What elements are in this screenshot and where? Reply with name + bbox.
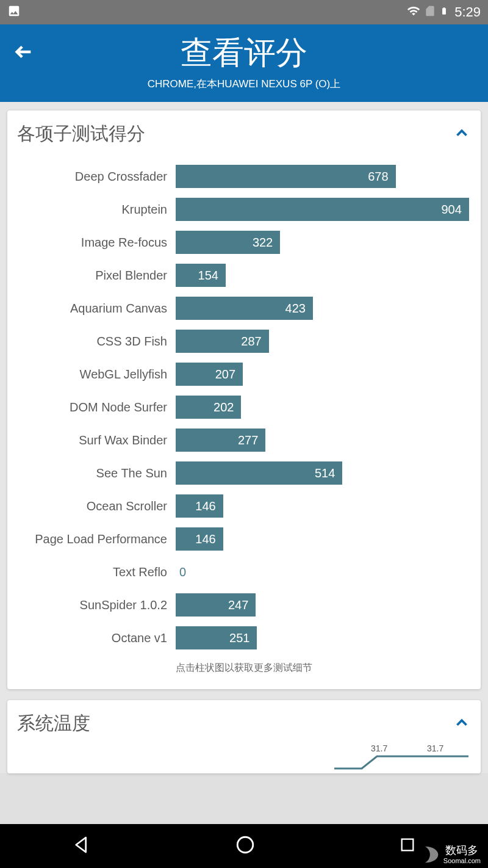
chart-row[interactable]: Page Load Performance146	[17, 527, 471, 551]
chart-row[interactable]: Aquarium Canvas423	[17, 297, 471, 320]
page-subtitle: CHROME,在本HUAWEI NEXUS 6P (O)上	[0, 77, 488, 91]
bar-label: Surf Wax Binder	[17, 433, 176, 447]
bar-label: DOM Node Surfer	[17, 400, 176, 414]
bar[interactable]: 322	[176, 231, 280, 254]
chevron-up-icon[interactable]	[453, 714, 471, 734]
bar[interactable]: 514	[176, 461, 342, 485]
chart-row[interactable]: Ocean Scroller146	[17, 494, 471, 518]
svg-text:31.7: 31.7	[371, 743, 387, 753]
bar-track: 207	[176, 363, 471, 386]
bar[interactable]: 251	[176, 626, 257, 649]
bar-label: SunSpider 1.0.2	[17, 598, 176, 612]
bar[interactable]: 678	[176, 165, 396, 188]
picture-icon	[7, 4, 21, 20]
bar-track: 146	[176, 527, 471, 551]
chart-row[interactable]: Pixel Blender154	[17, 264, 471, 287]
nav-home-button[interactable]	[235, 834, 256, 858]
svg-text:31.7: 31.7	[427, 743, 443, 753]
bar[interactable]: 0	[176, 560, 471, 584]
app-header: 查看评分 CHROME,在本HUAWEI NEXUS 6P (O)上	[0, 24, 488, 102]
status-bar: 5:29	[0, 0, 488, 24]
chart-row[interactable]: See The Sun514	[17, 461, 471, 485]
chart-row[interactable]: SunSpider 1.0.2247	[17, 593, 471, 617]
chart-row[interactable]: Text Reflo0	[17, 560, 471, 584]
bar[interactable]: 202	[176, 396, 241, 419]
bar[interactable]: 146	[176, 527, 223, 551]
page-title: 查看评分	[0, 32, 488, 74]
navigation-bar: 数码多 Soomal.com	[0, 824, 488, 868]
chart-row[interactable]: Kruptein904	[17, 198, 471, 221]
bar-label: WebGL Jellyfish	[17, 367, 176, 382]
bar-label: See The Sun	[17, 466, 176, 480]
temperature-line-chart[interactable]: 31.7 31.7	[334, 743, 468, 773]
svg-rect-3	[402, 839, 414, 851]
bar-label: Pixel Blender	[17, 269, 176, 283]
chart-row[interactable]: Image Re-focus322	[17, 231, 471, 254]
chart-row[interactable]: DOM Node Surfer202	[17, 396, 471, 419]
bar-track: 287	[176, 330, 471, 353]
bar-label: Page Load Performance	[17, 532, 176, 546]
subtest-scores-card: 各项子测试得分 Deep Crossfader678Kruptein904Ima…	[7, 110, 481, 689]
bar-label: Deep Crossfader	[17, 170, 176, 184]
back-button[interactable]	[13, 42, 34, 65]
nav-recent-button[interactable]	[399, 836, 416, 856]
bar-label: Aquarium Canvas	[17, 302, 176, 316]
sim-icon	[424, 4, 436, 20]
bar-track: 904	[176, 198, 471, 221]
bar-label: Ocean Scroller	[17, 499, 176, 513]
chart-row[interactable]: Surf Wax Binder277	[17, 429, 471, 452]
card-title: 各项子测试得分	[17, 121, 145, 146]
bar-label: Image Re-focus	[17, 236, 176, 250]
battery-icon	[440, 4, 448, 20]
bar[interactable]: 277	[176, 429, 265, 452]
bar[interactable]: 154	[176, 264, 226, 287]
bar[interactable]: 146	[176, 494, 223, 518]
bar-track: 514	[176, 461, 471, 485]
bar[interactable]: 207	[176, 363, 243, 386]
content-area: 各项子测试得分 Deep Crossfader678Kruptein904Ima…	[0, 102, 488, 773]
status-time: 5:29	[454, 4, 481, 20]
bar-label: Octane v1	[17, 631, 176, 645]
bar-label: Kruptein	[17, 203, 176, 217]
watermark: 数码多 Soomal.com	[420, 845, 481, 864]
chart-footer-text: 点击柱状图以获取更多测试细节	[17, 662, 471, 675]
bar-chart[interactable]: Deep Crossfader678Kruptein904Image Re-fo…	[17, 161, 471, 649]
bar-track: 678	[176, 165, 471, 188]
bar-track: 247	[176, 593, 471, 617]
bar-label: CSS 3D Fish	[17, 335, 176, 349]
bar[interactable]: 904	[176, 198, 469, 221]
chart-row[interactable]: Octane v1251	[17, 626, 471, 649]
bar-track: 277	[176, 429, 471, 452]
bar-track: 202	[176, 396, 471, 419]
system-temperature-card: 系统温度 31.7 31.7	[7, 700, 481, 773]
bar[interactable]: 287	[176, 330, 269, 353]
chart-row[interactable]: Deep Crossfader678	[17, 165, 471, 188]
card-title: 系统温度	[17, 711, 90, 736]
bar[interactable]: 423	[176, 297, 313, 320]
chart-row[interactable]: CSS 3D Fish287	[17, 330, 471, 353]
bar[interactable]: 247	[176, 593, 256, 617]
chevron-up-icon[interactable]	[453, 124, 471, 145]
chart-row[interactable]: WebGL Jellyfish207	[17, 363, 471, 386]
bar-track: 0	[176, 560, 471, 584]
nav-back-button[interactable]	[72, 835, 92, 857]
bar-label: Text Reflo	[17, 565, 176, 579]
bar-track: 154	[176, 264, 471, 287]
bar-track: 423	[176, 297, 471, 320]
wifi-icon	[407, 4, 420, 20]
bar-track: 146	[176, 494, 471, 518]
svg-point-2	[237, 837, 253, 853]
bar-track: 251	[176, 626, 471, 649]
bar-track: 322	[176, 231, 471, 254]
